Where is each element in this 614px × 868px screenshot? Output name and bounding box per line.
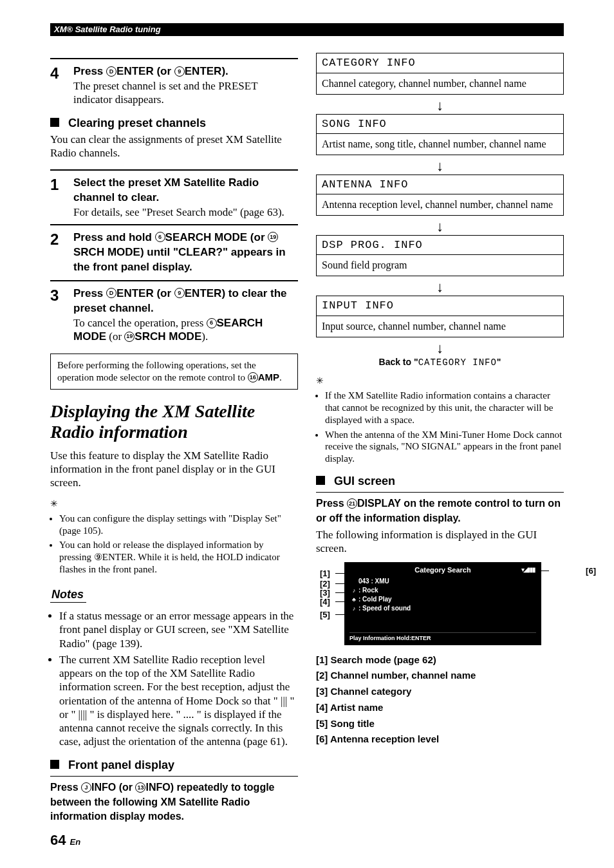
back-to-label: Back to "CATEGORY INFO" [316, 357, 564, 369]
gui-followup: The following information is displayed i… [316, 528, 564, 556]
gui-screen-heading: GUI screen [316, 474, 564, 489]
feature-title: Displaying the XM Satellite Radio inform… [50, 401, 298, 442]
step-2: 2 Press and hold 6SEARCH MODE (or 19SRCH… [50, 231, 298, 275]
gui-instruction: Press 21DISPLAY on the remote control to… [316, 496, 564, 525]
circle-19-icon: 19 [124, 332, 135, 342]
tip-item: You can configure the display settings w… [59, 513, 298, 537]
tip-item: When the antenna of the XM Mini-Tuner Ho… [325, 429, 564, 465]
step-number: 1 [50, 176, 73, 219]
circle-j-icon: J [81, 782, 91, 793]
row-icon: ♪ [349, 587, 358, 594]
gui-row-text: 043 : XMU [358, 578, 389, 586]
info-block-category: CATEGORY INFO Channel category, channel … [316, 53, 564, 94]
info-block-song: SONG INFO Artist name, song title, chann… [316, 114, 564, 155]
circle-6-icon: 6 [155, 232, 165, 242]
tip-icon [50, 496, 298, 510]
info-head: INPUT INFO [316, 296, 564, 316]
step-1-body: For details, see "Preset Search mode" (p… [73, 205, 298, 219]
circle-16-icon: 16 [248, 372, 258, 382]
circle-21-icon: 21 [347, 498, 357, 509]
circle-6-icon: 6 [207, 318, 217, 328]
down-arrow-icon: ↓ [316, 341, 564, 355]
def-1: [1] Search mode (page 62) [316, 654, 564, 666]
right-tips-list: If the XM Satellite Radio information co… [316, 390, 564, 465]
info-body: Antenna reception level, channel number,… [316, 194, 564, 216]
def-2: [2] Channel number, channel name [316, 670, 564, 682]
down-arrow-icon: ↓ [316, 280, 564, 294]
feature-intro: Use this feature to display the XM Satel… [50, 449, 298, 490]
info-head: SONG INFO [316, 114, 564, 134]
front-panel-instruction: Press JINFO (or 13INFO) repeatedly to to… [50, 780, 298, 824]
step-3: 3 Press DENTER (or 9ENTER) to clear the … [50, 287, 298, 343]
info-head: CATEGORY INFO [316, 53, 564, 73]
step-1-heading: Select the preset XM Satellite Radio cha… [73, 176, 298, 205]
step-3-heading: Press DENTER (or 9ENTER) to clear the pr… [73, 287, 298, 316]
def-5: [5] Song title [316, 718, 564, 730]
note-item: If a status message or an error message … [59, 609, 298, 650]
callout-6: [6] [586, 566, 596, 576]
operation-note-box: Before performing the following operatio… [50, 354, 298, 390]
info-body: Artist name, song title, channel number,… [316, 134, 564, 155]
note-item: The current XM Satellite Radio reception… [59, 653, 298, 749]
running-header: XM® Satellite Radio tuning [50, 23, 564, 36]
gui-row-text: : Rock [358, 587, 378, 595]
down-arrow-icon: ↓ [316, 99, 564, 113]
step-2-heading: Press and hold 6SEARCH MODE (or 19SRCH M… [73, 231, 298, 275]
step-number: 3 [50, 287, 73, 343]
gui-title: Category Search [349, 566, 536, 575]
info-body: Sound field program [316, 255, 564, 276]
antenna-level-icon: ▾◢▮▮▮ [521, 566, 535, 574]
down-arrow-icon: ↓ [316, 220, 564, 234]
callout-definitions: [1] Search mode (page 62) [2] Channel nu… [316, 654, 564, 746]
callout-5: [5] [320, 610, 330, 620]
step-number: 2 [50, 231, 73, 275]
row-icon: ♣ [349, 596, 358, 603]
def-3: [3] Channel category [316, 686, 564, 698]
left-column: 4 Press DENTER (or 9ENTER). The preset c… [50, 53, 298, 824]
def-6: [6] Antenna reception level [316, 733, 564, 746]
row-icon: ♪ [349, 605, 358, 612]
down-arrow-icon: ↓ [316, 159, 564, 173]
circle-13-icon: 13 [135, 782, 145, 793]
info-block-antenna: ANTENNA INFO Antenna reception level, ch… [316, 175, 564, 216]
circle-19-icon: 19 [268, 232, 278, 242]
notes-list: If a status message or an error message … [50, 609, 298, 749]
front-panel-heading: Front panel display [50, 758, 298, 773]
gui-row-text: : Cold Play [358, 596, 392, 604]
gui-diagram: [1] [2] [3] [4] [5] [6] ▾◢▮▮▮ Category S… [344, 562, 564, 645]
circle-d-icon: D [106, 66, 116, 77]
info-block-dsp: DSP PROG. INFO Sound field program [316, 235, 564, 276]
gui-footer: Play Information Hold:ENTER [349, 632, 536, 642]
right-column: CATEGORY INFO Channel category, channel … [316, 53, 564, 824]
info-head: ANTENNA INFO [316, 175, 564, 194]
tip-item: You can hold or release the displayed in… [59, 539, 298, 575]
info-body: Channel category, channel number, channe… [316, 73, 564, 95]
circle-9-icon: 9 [174, 288, 185, 298]
info-head: DSP PROG. INFO [316, 235, 564, 255]
step-4: 4 Press DENTER (or 9ENTER). The preset c… [50, 64, 298, 106]
step-4-heading: Press DENTER (or 9ENTER). [73, 64, 298, 79]
gui-row-text: : Speed of sound [358, 605, 411, 613]
info-block-input: INPUT INFO Input source, channel number,… [316, 296, 564, 337]
tips-list: You can configure the display settings w… [50, 513, 298, 576]
page-number: 64 En [50, 831, 80, 849]
step-1: 1 Select the preset XM Satellite Radio c… [50, 176, 298, 219]
circle-d-icon: D [106, 288, 116, 298]
clearing-heading: Clearing preset channels [50, 116, 298, 131]
gui-screen-mock: ▾◢▮▮▮ Category Search 043 : XMU ♪: Rock … [344, 562, 541, 645]
info-body: Input source, channel number, channel na… [316, 316, 564, 337]
circle-9-icon: 9 [174, 66, 185, 77]
callout-1: [1] [320, 569, 330, 579]
step-3-body: To cancel the operation, press 6SEARCH M… [73, 316, 298, 344]
tip-item: If the XM Satellite Radio information co… [325, 390, 564, 426]
clearing-intro: You can clear the assignments of preset … [50, 133, 298, 160]
tip-icon [316, 373, 564, 387]
notes-label: Notes [50, 587, 86, 603]
step-number: 4 [50, 64, 73, 106]
callout-4: [4] [320, 597, 330, 607]
def-4: [4] Artist name [316, 702, 564, 714]
step-4-body: The preset channel is set and the PRESET… [73, 79, 298, 107]
